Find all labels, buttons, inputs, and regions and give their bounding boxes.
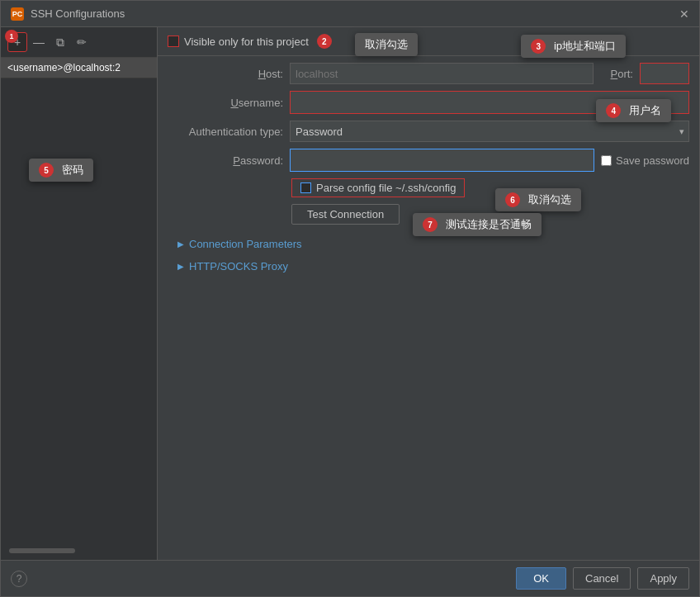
test-connection-button[interactable]: Test Connection bbox=[291, 204, 400, 225]
user-tooltip: 4 用户名 bbox=[596, 99, 671, 122]
sidebar-scrollbar[interactable] bbox=[9, 548, 75, 553]
pass-tooltip: 5 密码 bbox=[29, 159, 93, 182]
cancel-check-tooltip-1: 取消勾选 bbox=[355, 33, 418, 56]
password-input-wrap bbox=[290, 149, 594, 172]
port-label: Port: bbox=[600, 68, 633, 80]
badge-2: 2 bbox=[317, 34, 332, 49]
remove-ssh-button[interactable]: — bbox=[29, 32, 49, 52]
chevron-right-icon: ▶ bbox=[177, 239, 184, 249]
save-password-checkbox[interactable] bbox=[601, 155, 612, 166]
dialog-title: SSH Configurations bbox=[31, 7, 125, 20]
auth-type-select-wrap: Password bbox=[290, 121, 689, 142]
parse-config-label[interactable]: Parse config file ~/.ssh/config bbox=[316, 182, 456, 194]
test-conn-tooltip: 7 测试连接是否通畅 bbox=[413, 213, 542, 236]
apply-button[interactable]: Apply bbox=[637, 567, 689, 590]
badge-4: 4 bbox=[606, 103, 621, 118]
http-proxy-label: HTTP/SOCKS Proxy bbox=[189, 260, 288, 272]
auth-type-select[interactable]: Password bbox=[290, 121, 689, 142]
username-label: Username: bbox=[168, 97, 283, 109]
parse-config-checkbox[interactable] bbox=[300, 182, 311, 193]
host-input[interactable] bbox=[290, 63, 594, 84]
save-password-wrap: Save password bbox=[601, 154, 689, 167]
sidebar-item-ssh[interactable]: <username>@localhost:2 bbox=[1, 58, 157, 78]
edit-ssh-button[interactable]: ✏ bbox=[72, 32, 92, 52]
cancel-button[interactable]: Cancel bbox=[573, 567, 631, 590]
add-ssh-button[interactable]: 1 + bbox=[7, 32, 27, 52]
chevron-right-icon-2: ▶ bbox=[177, 262, 184, 271]
badge-5: 5 bbox=[39, 163, 54, 178]
app-icon: PC bbox=[11, 7, 24, 21]
host-label: Host: bbox=[168, 68, 283, 80]
badge-3: 3 bbox=[531, 39, 546, 54]
badge-1: 1 bbox=[5, 30, 18, 43]
connection-params-label: Connection Parameters bbox=[189, 238, 302, 250]
badge-6: 6 bbox=[505, 192, 520, 207]
copy-ssh-button[interactable]: ⧉ bbox=[50, 32, 70, 52]
parse-config-box: Parse config file ~/.ssh/config bbox=[291, 178, 465, 197]
port-input[interactable]: 22 bbox=[640, 63, 689, 84]
ip-tooltip: 3 ip地址和端口 bbox=[521, 35, 626, 58]
password-label: Password: bbox=[168, 154, 283, 167]
password-input[interactable] bbox=[291, 149, 594, 171]
http-proxy-header[interactable]: ▶ HTTP/SOCKS Proxy bbox=[177, 257, 689, 276]
help-button[interactable]: ? bbox=[11, 571, 27, 587]
visible-only-label: Visible only for this project bbox=[184, 36, 309, 48]
auth-type-label: Authentication type: bbox=[168, 126, 283, 138]
cancel-check-tooltip-2: 6 取消勾选 bbox=[495, 188, 581, 211]
connection-params-header[interactable]: ▶ Connection Parameters bbox=[177, 235, 689, 253]
save-password-label[interactable]: Save password bbox=[616, 154, 689, 167]
ok-button[interactable]: OK bbox=[516, 567, 566, 590]
visible-only-checkbox[interactable] bbox=[168, 36, 179, 47]
badge-7: 7 bbox=[423, 217, 438, 232]
close-button[interactable]: ✕ bbox=[679, 7, 689, 21]
